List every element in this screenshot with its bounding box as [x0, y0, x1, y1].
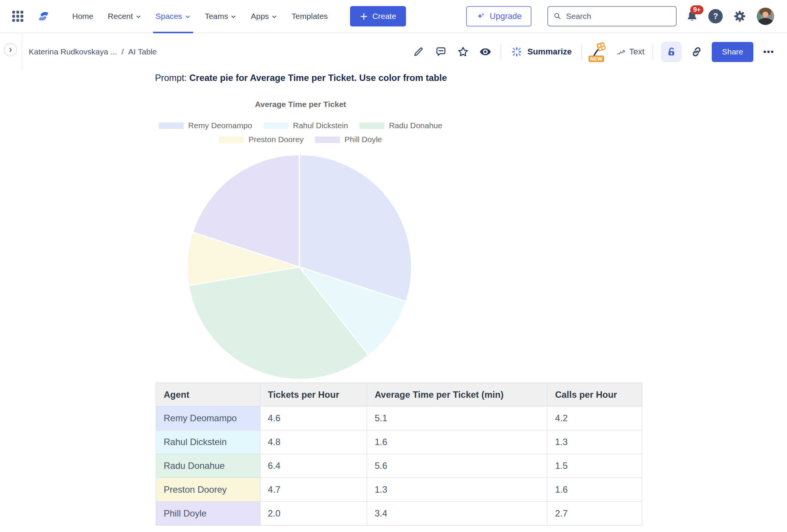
legend-item-radu-donahue[interactable]: Radu Donahue [359, 121, 442, 130]
ai-sparkle-icon [511, 46, 523, 58]
table-row: Radu Donahue6.45.61.5 [156, 454, 642, 478]
value-cell: 2.7 [547, 502, 642, 526]
table-row: Phill Doyle2.03.42.7 [156, 502, 642, 526]
table-row: Remy Deomampo4.65.14.2 [156, 406, 642, 430]
app-grid-icon [11, 9, 25, 23]
nav-item-apps[interactable]: Apps [243, 0, 284, 33]
column-header-tickets-per-hour: Tickets per Hour [260, 383, 367, 406]
nav-item-spaces[interactable]: Spaces [149, 0, 198, 33]
chevron-right-icon [8, 47, 13, 53]
legend-label: Remy Deomampo [188, 121, 252, 130]
notifications-button[interactable]: 9+ [686, 10, 699, 23]
breadcrumb-space[interactable]: Katerina Rudkovskaya ... [29, 47, 117, 56]
summarize-label: Summarize [527, 47, 572, 57]
legend-label: Radu Donahue [389, 121, 442, 130]
nav-item-teams[interactable]: Teams [198, 0, 244, 33]
copy-link-button[interactable] [689, 45, 704, 59]
legend-swatch [159, 123, 184, 129]
value-cell: 1.6 [367, 430, 547, 454]
nav-item-home[interactable]: Home [65, 0, 101, 33]
more-actions-button[interactable] [761, 45, 776, 59]
unlock-icon [666, 46, 677, 57]
new-feature-button[interactable]: NEW [590, 41, 608, 62]
agent-name-cell: Radu Donahue [156, 454, 260, 478]
value-cell: 6.4 [260, 454, 367, 478]
agent-name-cell: Preston Doorey [156, 478, 260, 502]
star-icon [457, 46, 469, 58]
nav-item-label: Recent [108, 12, 133, 21]
legend-item-preston-doorey[interactable]: Preston Doorey [219, 135, 304, 144]
column-header-agent: Agent [156, 383, 260, 406]
app-switcher-button[interactable] [11, 9, 25, 23]
nav-item-templates[interactable]: Templates [284, 0, 335, 33]
breadcrumb-page-title: AI Table [128, 47, 157, 56]
value-cell: 4.8 [260, 430, 367, 454]
text-options-button[interactable]: Text [616, 47, 644, 57]
table-body: Remy Deomampo4.65.14.2Rahul Dickstein4.8… [156, 406, 642, 526]
search-box [547, 6, 677, 26]
legend-row: Remy DeomampoRahul DicksteinRadu Donahue [159, 121, 442, 130]
sparkle-icon [476, 11, 486, 21]
legend-item-remy-deomampo[interactable]: Remy Deomampo [159, 121, 252, 130]
value-cell: 2.0 [260, 502, 367, 526]
restrictions-button[interactable] [661, 42, 682, 62]
breadcrumb-separator: / [121, 47, 124, 56]
agent-name-cell: Remy Deomampo [156, 406, 260, 430]
nav-item-label: Home [72, 12, 93, 21]
share-button[interactable]: Share [712, 42, 753, 62]
new-badge: NEW [589, 56, 604, 62]
legend-label: Rahul Dickstein [293, 121, 348, 130]
top-navigation-bar: HomeRecentSpacesTeamsAppsTemplates Creat… [0, 0, 787, 33]
expand-sidebar-button[interactable] [4, 43, 17, 56]
value-cell: 5.6 [367, 454, 547, 478]
notification-badge: 9+ [690, 5, 703, 14]
confluence-logo[interactable] [35, 8, 52, 25]
table-header-row: AgentTickets per HourAverage Time per Ti… [156, 383, 642, 406]
create-button[interactable]: Create [350, 6, 406, 26]
page-actions: Summarize NEW Text [411, 33, 776, 70]
page-header: Katerina Rudkovskaya ... / AI Table [0, 33, 787, 70]
chart-title: Average Time per Ticket [156, 100, 445, 109]
summarize-button[interactable]: Summarize [509, 46, 573, 58]
plus-icon [360, 12, 368, 20]
ellipsis-icon [762, 45, 775, 58]
nav-item-recent[interactable]: Recent [101, 0, 149, 33]
comment-button[interactable] [434, 45, 448, 59]
divider [500, 44, 501, 59]
legend-row: Preston DooreyPhill Doyle [219, 135, 382, 144]
legend-item-phill-doyle[interactable]: Phill Doyle [315, 135, 382, 144]
value-cell: 4.7 [260, 478, 367, 502]
value-cell: 3.4 [367, 502, 547, 526]
prompt-text: Create pie for Average Time per Ticket. … [189, 73, 447, 83]
text-label: Text [629, 47, 644, 57]
table-row: Rahul Dickstein4.81.61.3 [156, 430, 642, 454]
edit-button[interactable] [411, 45, 426, 59]
agent-name-cell: Phill Doyle [156, 502, 260, 526]
value-cell: 1.5 [547, 454, 642, 478]
legend-swatch [315, 136, 340, 143]
table-row: Preston Doorey4.71.31.6 [156, 478, 642, 502]
favorite-button[interactable] [456, 45, 470, 59]
help-button[interactable]: ? [708, 9, 723, 23]
pie-chart [186, 154, 413, 380]
legend-swatch [219, 136, 244, 143]
legend-item-rahul-dickstein[interactable]: Rahul Dickstein [263, 121, 348, 130]
upgrade-button[interactable]: Upgrade [466, 6, 531, 26]
chart-legend: Remy DeomampoRahul DicksteinRadu Donahue… [156, 121, 445, 144]
legend-label: Preston Doorey [248, 135, 304, 144]
value-cell: 4.6 [260, 406, 367, 430]
prompt-label: Prompt: [155, 73, 187, 83]
value-cell: 1.6 [547, 478, 642, 502]
settings-button[interactable] [733, 9, 747, 23]
breadcrumb: Katerina Rudkovskaya ... / AI Table [29, 33, 157, 70]
nav-item-label: Teams [205, 12, 228, 21]
value-cell: 1.3 [367, 478, 547, 502]
search-input[interactable] [566, 12, 671, 21]
watch-button[interactable] [478, 45, 493, 59]
user-avatar[interactable] [757, 8, 774, 25]
legend-swatch [359, 123, 384, 129]
create-label: Create [372, 12, 396, 21]
legend-label: Phill Doyle [344, 135, 382, 144]
chevron-down-icon [185, 14, 191, 20]
agent-name-cell: Rahul Dickstein [156, 430, 260, 454]
